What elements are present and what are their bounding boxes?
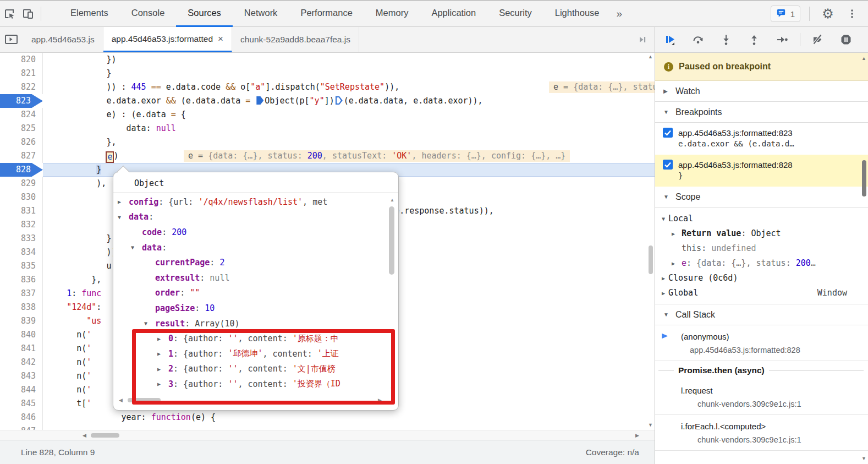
chevron-down-icon[interactable]: ▼ (118, 214, 129, 220)
more-panels-button[interactable]: » (611, 8, 628, 20)
chevron-down-icon[interactable]: ▼ (662, 211, 668, 226)
tab-lighthouse[interactable]: Lighthouse (543, 1, 611, 27)
tab-memory[interactable]: Memory (364, 1, 420, 27)
breakpoint-line-number[interactable]: 828 (0, 163, 43, 177)
line-number[interactable]: 839 (0, 314, 43, 328)
step-icon[interactable] (776, 34, 788, 46)
object-tree-row[interactable]: ▼data: (113, 210, 398, 225)
watch-section-header[interactable]: ▶ Watch (655, 81, 868, 102)
function-marker-icon[interactable] (256, 96, 263, 105)
breakpoint-checkbox[interactable] (663, 160, 673, 170)
line-number[interactable]: 827 (0, 149, 43, 163)
chevron-right-icon[interactable]: ▶ (662, 271, 668, 286)
line-number[interactable]: 833 (0, 232, 43, 245)
line-number[interactable]: 836 (0, 273, 43, 287)
line-number[interactable]: 826 (0, 135, 43, 149)
chevron-right-icon[interactable]: ▶ (157, 336, 168, 342)
chevron-right-icon[interactable]: ▶ (157, 366, 168, 372)
scope-variable-row[interactable]: ▶Return value: Object (655, 226, 868, 241)
inspect-element-icon[interactable] (0, 5, 19, 23)
file-tab[interactable]: chunk-52a9add8.beaa7fea.js (232, 27, 359, 52)
line-number[interactable]: 845 (0, 397, 43, 411)
file-tab[interactable]: app.45d46a53.js (23, 27, 103, 52)
pause-on-exceptions-icon[interactable] (840, 34, 852, 46)
popup-vertical-scrollbar[interactable]: ▲▼ (388, 198, 395, 391)
chevron-right-icon[interactable]: ▶ (672, 226, 682, 241)
line-number[interactable]: 834 (0, 245, 43, 259)
callstack-frame[interactable]: (anonymous)app.45d46a53.js:formatted:828 (655, 325, 868, 361)
more-options-icon[interactable] (843, 5, 861, 23)
line-number[interactable]: 846 (0, 411, 43, 424)
scroll-up-arrow[interactable]: ▲ (648, 54, 653, 59)
file-tab[interactable]: app.45d46a53.js:formatted× (103, 27, 232, 52)
line-number[interactable]: 844 (0, 383, 43, 397)
chevron-right-icon[interactable]: ▶ (118, 199, 129, 205)
line-number[interactable]: 829 (0, 177, 43, 190)
scope-global-section[interactable]: ▶GlobalWindow (655, 286, 868, 301)
scope-section-header[interactable]: ▼ Scope (655, 187, 868, 208)
open-more-tabs-icon[interactable] (630, 27, 655, 52)
scroll-down-arrow[interactable]: ▼ (861, 456, 866, 461)
popup-horizontal-scrollbar[interactable]: ◀▶ (119, 397, 382, 403)
editor-vertical-scrollbar[interactable]: ▲ ▼ (647, 53, 655, 430)
object-tree-row[interactable]: ▶1: {author: '邱德坤', content: '上证 (113, 346, 398, 362)
scroll-down-arrow[interactable]: ▼ (648, 422, 653, 428)
chevron-right-icon[interactable]: ▶ (157, 351, 168, 357)
line-number[interactable]: 832 (0, 218, 43, 232)
chevron-down-icon[interactable]: ▼ (131, 244, 142, 250)
callstack-frame[interactable]: i.forEach.l.<computed>chunk-vendors.309c… (655, 415, 868, 451)
object-tree-row[interactable]: ▶0: {author: '', content: '原标题：中 (113, 331, 398, 346)
scope-variable-row[interactable]: ▶e: {data: {…}, status: 200… (655, 256, 868, 271)
line-number[interactable]: 822 (0, 80, 43, 94)
callstack-frame[interactable]: l.requestchunk-vendors.309c9e1c.js:1 (655, 379, 868, 415)
scope-local-section[interactable]: ▼Local (655, 211, 868, 226)
line-number[interactable]: 831 (0, 204, 43, 218)
breakpoint-entry[interactable]: app.45d46a53.js:formatted:828} (655, 155, 868, 187)
object-tree-row[interactable]: ▶3: {author: '', content: '投资界（ID (113, 376, 398, 392)
device-toolbar-icon[interactable] (19, 5, 37, 23)
tab-application[interactable]: Application (420, 1, 487, 27)
object-tree-row[interactable]: ▼result: Array(10) (113, 316, 398, 331)
line-number[interactable]: 820 (0, 53, 43, 67)
tab-performance[interactable]: Performance (289, 1, 364, 27)
tab-security[interactable]: Security (487, 1, 543, 27)
toggle-navigator-icon[interactable] (0, 27, 23, 52)
object-tree-row[interactable]: ▶2: {author: '', content: '文|市值榜 (113, 362, 398, 377)
tab-network[interactable]: Network (233, 1, 289, 27)
line-number[interactable]: 843 (0, 369, 43, 383)
object-tree-row[interactable]: ▶config: {url: '/q4x/newsflash/list', me… (113, 194, 398, 210)
scrollbar-thumb[interactable] (91, 433, 119, 438)
scroll-up-arrow[interactable]: ▲ (861, 56, 866, 61)
tab-elements[interactable]: Elements (59, 1, 120, 27)
line-number[interactable]: 830 (0, 190, 43, 204)
function-marker-outline-icon[interactable] (336, 96, 343, 105)
line-number[interactable]: 825 (0, 122, 43, 135)
line-number[interactable]: 838 (0, 301, 43, 314)
close-tab-icon[interactable]: × (218, 34, 223, 45)
breakpoint-line-number[interactable]: 823 (0, 94, 43, 108)
line-number[interactable]: 835 (0, 259, 43, 273)
deactivate-breakpoints-icon[interactable] (812, 34, 824, 46)
tab-sources[interactable]: Sources (176, 1, 233, 27)
line-number[interactable]: 847 (0, 424, 43, 430)
chevron-right-icon[interactable]: ▶ (157, 381, 168, 387)
step-into-icon[interactable] (720, 34, 732, 46)
tab-console[interactable]: Console (120, 1, 177, 27)
breakpoint-entry[interactable]: app.45d46a53.js:formatted:823e.data.exor… (655, 123, 868, 155)
object-tree-row[interactable]: ▼data: (113, 240, 398, 255)
scope-closure-section[interactable]: ▶Closure (0c6d) (655, 271, 868, 286)
line-number[interactable]: 837 (0, 287, 43, 301)
chevron-right-icon[interactable]: ▶ (672, 256, 682, 271)
line-number[interactable]: 824 (0, 108, 43, 122)
sidebar-scrollbar[interactable]: ▲ ▼ (861, 54, 867, 464)
step-over-icon[interactable] (692, 34, 704, 46)
line-number[interactable]: 841 (0, 342, 43, 356)
scroll-right-arrow[interactable]: ▶ (635, 433, 639, 438)
chevron-right-icon[interactable]: ▶ (662, 286, 668, 301)
scroll-left-arrow[interactable]: ◀ (83, 433, 86, 438)
breakpoint-checkbox[interactable] (663, 128, 673, 138)
line-number[interactable]: 840 (0, 328, 43, 342)
scrollbar-thumb[interactable] (649, 245, 653, 274)
callstack-section-header[interactable]: ▼ Call Stack (655, 304, 868, 325)
breakpoints-section-header[interactable]: ▼ Breakpoints (655, 102, 868, 123)
